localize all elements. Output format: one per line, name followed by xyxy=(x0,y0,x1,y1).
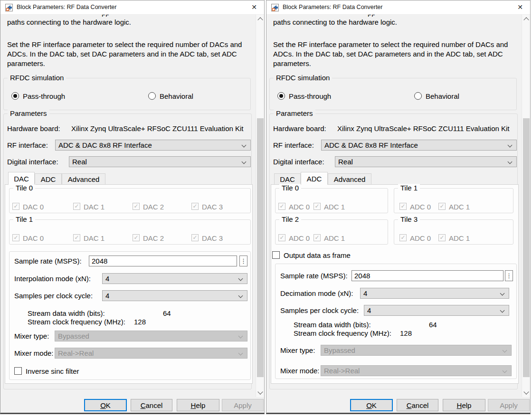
samples-per-clock-select[interactable]: 4 xyxy=(102,290,247,301)
tab-adc[interactable]: ADC xyxy=(35,173,62,185)
stream-clock-value: 128 xyxy=(400,329,412,337)
ellipsis-button[interactable]: ⋮ xyxy=(239,256,247,266)
apply-button: Apply xyxy=(488,399,530,411)
sample-rate-label: Sample rate (MSPS): xyxy=(280,272,348,280)
digital-interface-label: Digital interface: xyxy=(7,158,58,166)
tab-advanced[interactable]: Advanced xyxy=(328,173,371,185)
samples-per-clock-select[interactable]: 4 xyxy=(364,305,509,316)
rf-interface-select[interactable]: ADC & DAC 8x8 RF Interface xyxy=(321,140,517,151)
tab-advanced[interactable]: Advanced xyxy=(62,173,105,185)
titlebar[interactable]: Block Parameters: RF Data Converter ✕ xyxy=(0,0,264,15)
ok-button[interactable]: OK xyxy=(84,399,127,411)
cancel-button[interactable]: Cancel xyxy=(397,399,438,411)
checkbox-dac1: ✓ xyxy=(73,203,80,210)
help-button[interactable]: Help xyxy=(177,399,219,411)
check-icon: ✓ xyxy=(279,235,285,241)
apply-button: Apply xyxy=(222,399,264,411)
chevron-down-icon xyxy=(503,369,507,373)
check-icon: ✓ xyxy=(133,235,139,241)
group-caption: RFDC simulation xyxy=(274,74,332,82)
check-icon: ✓ xyxy=(133,203,139,209)
samples-per-clock-label: Samples per clock cycle: xyxy=(14,292,93,300)
rf-interface-select[interactable]: ADC & DAC 8x8 RF Interface xyxy=(55,140,251,151)
chevron-down-icon xyxy=(242,160,247,164)
hardware-board-value: Xilinx Zynq UltraScale+ RFSoC ZCU111 Eva… xyxy=(337,124,510,133)
radio-label: Pass-through xyxy=(23,92,65,100)
digital-interface-select[interactable]: Real xyxy=(335,156,517,167)
check-icon: ✓ xyxy=(74,235,80,241)
hardware-board-label: Hardware board: xyxy=(273,124,326,133)
tab-adc[interactable]: ADC xyxy=(301,172,328,185)
check-icon: ✓ xyxy=(400,235,406,241)
scrollbar-thumb[interactable] xyxy=(523,118,530,377)
interpolation-mode-label: Interpolation mode (xN): xyxy=(14,275,91,283)
mixer-type-label: Mixer type: xyxy=(14,332,49,340)
hardware-board-label: Hardware board: xyxy=(7,124,60,133)
description-line: paths connecting to the hardware logic. xyxy=(7,18,131,26)
check-icon: ✓ xyxy=(314,235,320,241)
check-icon: ✓ xyxy=(439,235,445,241)
dialog-window-adc: Block Parameters: RF Data Converter ✕ pp… xyxy=(266,0,531,414)
help-button[interactable]: Help xyxy=(443,399,485,411)
chevron-down-icon xyxy=(508,160,513,164)
checkbox-dac1: ✓ xyxy=(73,234,80,241)
stream-width-value: 64 xyxy=(429,321,437,329)
dac-tab-panel: Tile 0 ✓ DAC 0 ✓ DAC 1 ✓ DAC 2 ✓ DAC 3 T… xyxy=(5,184,253,384)
vertical-scrollbar[interactable] xyxy=(522,15,530,397)
tab-dac[interactable]: DAC xyxy=(8,172,35,185)
scroll-up-icon[interactable] xyxy=(523,17,529,22)
rf-interface-label: RF interface: xyxy=(273,141,314,149)
interpolation-mode-select[interactable]: 4 xyxy=(102,273,247,284)
close-icon[interactable]: ✕ xyxy=(244,0,264,14)
checkbox-adc0: ✓ xyxy=(399,234,407,241)
checkbox-adc1: ✓ xyxy=(314,234,321,241)
scroll-down-icon[interactable] xyxy=(523,389,529,394)
checkbox-dac2: ✓ xyxy=(133,234,140,241)
titlebar[interactable]: Block Parameters: RF Data Converter ✕ xyxy=(266,0,530,15)
clipped-text-line: pp xyxy=(102,15,110,17)
check-icon: ✓ xyxy=(279,203,285,209)
scrollbar-thumb[interactable] xyxy=(257,118,264,377)
cancel-button[interactable]: Cancel xyxy=(131,399,172,411)
mixer-type-label: Mixer type: xyxy=(280,346,315,354)
tab-dac[interactable]: DAC xyxy=(274,173,301,185)
radio-pass-through[interactable] xyxy=(277,92,285,100)
checkbox-adc1: ✓ xyxy=(438,234,446,241)
check-icon: ✓ xyxy=(439,203,445,209)
group-caption: Parameters xyxy=(8,109,49,118)
check-icon: ✓ xyxy=(13,235,19,241)
radio-behavioral[interactable] xyxy=(414,92,422,100)
dialog-window-dac: Block Parameters: RF Data Converter ✕ pp… xyxy=(0,0,265,414)
rfdc-simulation-group: RFDC simulation Pass-through Behavioral xyxy=(3,78,251,110)
scroll-down-icon[interactable] xyxy=(257,389,263,394)
vertical-scrollbar[interactable] xyxy=(256,15,264,397)
check-icon: ✓ xyxy=(192,203,198,209)
chevron-down-icon xyxy=(238,351,243,356)
window-title: Block Parameters: RF Data Converter xyxy=(283,4,383,10)
adc-parameters-panel: Sample rate (MSPS): ⋮ Decimation mode (x… xyxy=(275,264,517,379)
mixer-mode-select: Real->Real xyxy=(321,365,512,376)
stream-width-label: Stream data width (bits): xyxy=(294,321,371,329)
stream-width-value: 64 xyxy=(163,309,171,317)
digital-interface-select[interactable]: Real xyxy=(69,156,251,167)
radio-behavioral[interactable] xyxy=(148,92,156,100)
ellipsis-button[interactable]: ⋮ xyxy=(505,270,513,281)
digital-interface-label: Digital interface: xyxy=(273,158,324,166)
check-icon: ✓ xyxy=(74,203,80,209)
scroll-up-icon[interactable] xyxy=(257,17,263,22)
checkbox-dac3: ✓ xyxy=(191,234,199,241)
ok-button[interactable]: OK xyxy=(350,399,393,411)
stream-clock-value: 128 xyxy=(134,318,146,326)
radio-pass-through[interactable] xyxy=(11,92,19,100)
output-frame-checkbox[interactable] xyxy=(272,251,280,259)
description-paragraph: Set the RF interface parameter to select… xyxy=(7,40,252,68)
sample-rate-input[interactable] xyxy=(352,270,504,281)
group-caption: Parameters xyxy=(274,109,315,118)
close-icon[interactable]: ✕ xyxy=(510,0,530,14)
simulink-icon xyxy=(271,4,279,11)
decimation-mode-select[interactable]: 4 xyxy=(360,288,509,299)
inverse-sinc-checkbox[interactable] xyxy=(14,367,22,375)
mixer-mode-label: Mixer mode: xyxy=(280,367,320,375)
output-frame-label: Output data as frame xyxy=(284,251,351,259)
sample-rate-input[interactable] xyxy=(89,256,237,266)
